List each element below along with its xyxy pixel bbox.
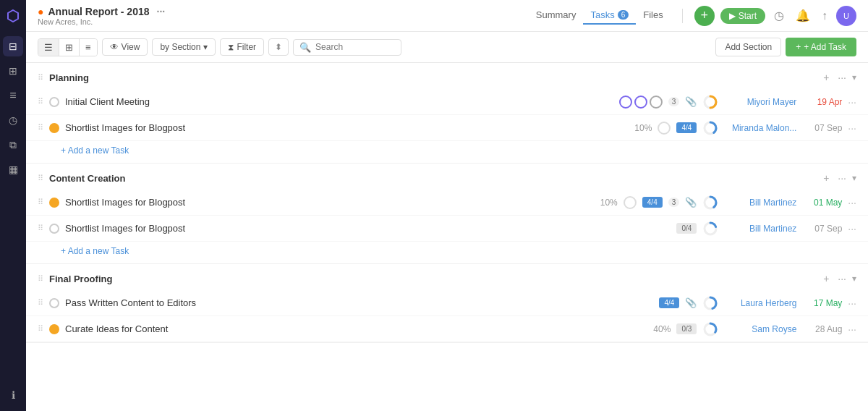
section-planning-title: Planning	[49, 72, 814, 83]
task-more-btn[interactable]: ···	[848, 297, 856, 309]
chevron-down-icon: ▾	[203, 42, 208, 52]
task-status	[49, 324, 59, 334]
topnav-actions: + ▶ Start ◷ 🔔 ↑ U	[694, 6, 856, 26]
add-task-link-content[interactable]: + Add a new Task	[26, 242, 868, 263]
plus-icon: +	[796, 42, 801, 52]
tab-files[interactable]: Files	[636, 7, 670, 25]
table-row: ⠿ Pass Written Content to Editors 4/4 📎 …	[26, 290, 868, 316]
drag-handle: ⠿	[38, 324, 43, 334]
task-percent: 40%	[645, 324, 671, 334]
task-name[interactable]: Shortlist Images for Blogpost	[65, 122, 621, 133]
task-percent: 10%	[592, 198, 618, 208]
search-box: 🔍	[293, 39, 401, 56]
task-status	[49, 123, 59, 133]
task-more-btn[interactable]: ···	[848, 122, 856, 134]
section-content-creation-title: Content Creation	[49, 173, 814, 184]
task-badge: 4/4	[659, 297, 679, 308]
table-row: ⠿ Shortlist Images for Blogpost 10% 4/4 …	[26, 115, 868, 141]
add-task-link-planning[interactable]: + Add a new Task	[26, 141, 868, 163]
section-more-btn[interactable]: ···	[835, 70, 849, 85]
view-list-btn[interactable]: ☰	[38, 39, 59, 56]
section-add-btn[interactable]: +	[820, 171, 832, 185]
more-options-icon[interactable]: ···	[157, 6, 166, 17]
svg-marker-0	[8, 10, 18, 22]
group-by-section-button[interactable]: by Section ▾	[152, 38, 216, 56]
play-icon: ▶	[729, 11, 736, 21]
topnav: ● Annual Report - 2018 ··· New Acres, In…	[26, 0, 868, 32]
task-date: 07 Sep	[802, 224, 842, 234]
drag-handle: ⠿	[38, 198, 43, 207]
user-avatar[interactable]: U	[836, 6, 856, 26]
task-date: 19 Apr	[802, 97, 842, 107]
task-more-btn[interactable]: ···	[848, 323, 856, 335]
tab-summary[interactable]: Summary	[529, 7, 584, 25]
add-section-button[interactable]: Add Section	[715, 38, 781, 56]
task-more-btn[interactable]: ···	[848, 197, 856, 208]
search-input[interactable]	[315, 42, 395, 52]
progress-ring	[702, 221, 718, 237]
section-collapse-btn[interactable]: ▾	[852, 72, 856, 82]
task-assignee[interactable]: Bill Martinez	[724, 224, 796, 234]
filter-icon: ⧗	[228, 42, 234, 52]
share-icon[interactable]: ↑	[819, 8, 830, 24]
task-assignee[interactable]: Miranda Malon...	[724, 123, 796, 133]
section-add-btn[interactable]: +	[820, 70, 832, 85]
drag-handle: ⠿	[38, 97, 43, 106]
sidebar-chart-icon[interactable]: ▦	[3, 159, 23, 179]
start-button[interactable]: ▶ Start	[720, 8, 765, 24]
nav-tabs: Summary Tasks 6 Files	[529, 7, 671, 25]
attach-icon: 📎	[685, 297, 697, 308]
drag-handle: ⠿	[38, 224, 43, 233]
view-board-btn[interactable]: ⊞	[59, 39, 80, 56]
view-timeline-btn[interactable]: ≡	[80, 39, 97, 56]
task-badge-gray: 0/4	[676, 223, 697, 234]
progress-ring	[702, 321, 718, 337]
sidebar-layers-icon[interactable]: ⧉	[3, 135, 23, 155]
sidebar-home-icon[interactable]: ⊟	[3, 36, 23, 56]
view-toggle-group: ☰ ⊞ ≡	[38, 38, 98, 56]
toolbar: ☰ ⊞ ≡ 👁 View by Section ▾ ⧗ Filter ⬍ 🔍 A…	[26, 32, 868, 63]
project-subtitle: New Acres, Inc.	[38, 17, 165, 26]
task-more-btn[interactable]: ···	[848, 96, 856, 108]
filter-button[interactable]: ⧗ Filter	[220, 38, 264, 56]
timer-icon[interactable]: ◷	[771, 7, 787, 24]
sidebar: ⊟ ⊞ ≡ ◷ ⧉ ▦ ℹ	[0, 0, 26, 411]
section-content-creation-actions: + ··· ▾	[820, 171, 856, 185]
task-name[interactable]: Initial Client Meeting	[65, 96, 613, 107]
section-more-btn[interactable]: ···	[835, 171, 849, 185]
tab-tasks[interactable]: Tasks 6	[583, 7, 636, 25]
section-planning-header[interactable]: ⠿ Planning + ··· ▾	[26, 63, 868, 89]
task-assignee[interactable]: Sam Royse	[724, 324, 796, 334]
task-name[interactable]: Shortlist Images for Blogpost	[65, 197, 587, 208]
task-date: 28 Aug	[802, 324, 842, 334]
bell-icon[interactable]: 🔔	[793, 7, 813, 24]
nav-divider	[682, 9, 683, 23]
task-more-btn[interactable]: ···	[848, 223, 856, 234]
section-final-proofing-header[interactable]: ⠿ Final Proofing + ··· ▾	[26, 264, 868, 290]
task-assignee[interactable]: Laura Herberg	[724, 298, 796, 308]
sort-button[interactable]: ⬍	[268, 38, 289, 56]
task-percent: 10%	[626, 123, 652, 133]
sidebar-logo[interactable]	[3, 6, 23, 26]
count-badge: 3	[668, 97, 680, 106]
add-button[interactable]: +	[694, 6, 715, 26]
section-drag-handle: ⠿	[38, 73, 43, 82]
view-button[interactable]: 👁 View	[102, 38, 148, 56]
task-assignee[interactable]: Bill Martinez	[724, 198, 796, 208]
section-content-creation-header[interactable]: ⠿ Content Creation + ··· ▾	[26, 164, 868, 190]
sidebar-clock-icon[interactable]: ◷	[3, 110, 23, 130]
sidebar-list-icon[interactable]: ≡	[3, 85, 23, 106]
progress-ring	[702, 195, 718, 211]
sidebar-info-icon[interactable]: ℹ	[3, 385, 23, 405]
task-assignee[interactable]: Miyori Mayer	[724, 97, 796, 107]
section-more-btn[interactable]: ···	[835, 271, 849, 286]
section-collapse-btn[interactable]: ▾	[852, 173, 856, 183]
task-name[interactable]: Pass Written Content to Editors	[65, 297, 653, 308]
section-collapse-btn[interactable]: ▾	[852, 274, 856, 284]
attach-icon: 📎	[685, 96, 697, 107]
task-name[interactable]: Curate Ideas for Content	[65, 323, 639, 334]
task-name[interactable]: Shortlist Images for Blogpost	[65, 223, 671, 234]
sidebar-grid-icon[interactable]: ⊞	[3, 61, 23, 81]
section-add-btn[interactable]: +	[820, 271, 832, 286]
add-task-button[interactable]: + + Add Task	[786, 38, 856, 56]
